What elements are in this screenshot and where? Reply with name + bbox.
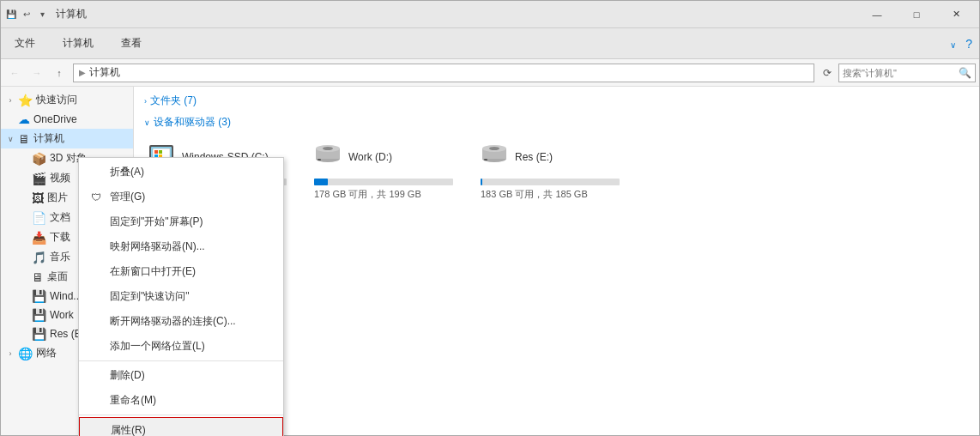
sidebar-item-computer[interactable]: ∨ 🖥 计算机	[1, 129, 133, 148]
ctx-open-new[interactable]: 在新窗口中打开(E)	[79, 259, 283, 284]
sidebar-label-desktop: 桌面	[47, 269, 68, 284]
context-menu: 折叠(A) 🛡 管理(G) 固定到"开始"屏幕(P) 映射网络驱动器(N)...…	[78, 157, 284, 436]
help-icon[interactable]: ?	[965, 37, 972, 51]
drive-e-bar	[481, 179, 482, 185]
ctx-delete[interactable]: 删除(D)	[79, 363, 283, 388]
dropdown-icon[interactable]: ▾	[35, 8, 49, 21]
ctx-add-network-icon	[89, 340, 103, 354]
sidebar-label-downloads: 下载	[50, 230, 70, 245]
downloads-icon: 📥	[32, 231, 46, 245]
sidebar-label-network: 网络	[36, 346, 57, 360]
drive-e[interactable]: Res (E:) 183 GB 可用，共 185 GB	[477, 136, 623, 204]
search-input[interactable]	[843, 68, 955, 78]
drive-d-header: Work (D:)	[314, 140, 392, 173]
sidebar-item-quick-access[interactable]: › ⭐ 快速访问	[1, 90, 133, 110]
sidebar-label-work: Work	[50, 309, 74, 321]
ctx-collapse-label: 折叠(A)	[110, 165, 144, 179]
window-title: 计算机	[52, 7, 857, 21]
devices-title-text: 设备和驱动器 (3)	[154, 115, 231, 130]
sidebar-label-computer: 计算机	[33, 131, 64, 146]
ctx-map-drive[interactable]: 映射网络驱动器(N)...	[79, 234, 283, 259]
address-bar: ← → ↑ ▶ 计算机 ⟳ 🔍	[1, 59, 979, 87]
title-bar-icons: 💾 ↩ ▾	[4, 8, 49, 21]
drive-e-name: Res (E:)	[515, 151, 553, 163]
search-box[interactable]: 🔍	[838, 64, 976, 82]
onedrive-icon: ☁	[18, 112, 30, 126]
3d-icon: 📦	[32, 152, 46, 166]
ctx-properties[interactable]: 属性(R)	[79, 417, 283, 436]
folders-title-text: 文件夹 (7)	[150, 94, 197, 108]
search-icon: 🔍	[959, 67, 971, 79]
music-icon: 🎵	[32, 251, 46, 264]
address-path[interactable]: ▶ 计算机	[73, 64, 814, 82]
back-button[interactable]: ←	[4, 63, 25, 83]
drive-d-info: Work (D:)	[348, 151, 392, 163]
ctx-disconnect[interactable]: 断开网络驱动器的连接(C)...	[79, 309, 283, 334]
svg-rect-5	[159, 150, 162, 154]
save-icon[interactable]: 💾	[4, 8, 18, 21]
ctx-rename[interactable]: 重命名(M)	[79, 388, 283, 413]
maximize-button[interactable]: □	[897, 1, 936, 28]
ribbon-tab-file[interactable]: 文件	[8, 33, 42, 54]
path-icon: ▶	[79, 68, 86, 77]
file-explorer-window: 💾 ↩ ▾ 计算机 — □ ✕ 文件 计算机 查看 ∨ ? ← → ↑ ▶ 计算…	[0, 0, 980, 436]
ribbon-tab-view[interactable]: 查看	[114, 33, 148, 54]
drive-d-name: Work (D:)	[348, 151, 392, 163]
drive-d-bar	[314, 179, 328, 185]
sidebar-label-quick-access: 快速访问	[36, 93, 77, 107]
ctx-delete-icon	[89, 369, 103, 383]
ctx-properties-icon	[90, 424, 104, 437]
expand-icon: ∨	[6, 135, 15, 143]
svg-point-11	[323, 147, 333, 150]
ctx-disconnect-icon	[89, 315, 103, 329]
minimize-button[interactable]: —	[857, 1, 897, 28]
ctx-pin-start[interactable]: 固定到"开始"屏幕(P)	[79, 209, 283, 234]
sidebar-label-pictures: 图片	[47, 191, 68, 205]
ribbon: 文件 计算机 查看 ∨ ?	[1, 28, 979, 59]
ctx-rename-label: 重命名(M)	[110, 393, 156, 408]
ctx-add-network-label: 添加一个网络位置(L)	[110, 339, 205, 354]
refresh-button[interactable]: ⟳	[818, 64, 837, 82]
ctx-collapse-icon	[89, 166, 103, 179]
ctx-map-drive-icon	[89, 240, 103, 254]
res-icon: 💾	[32, 327, 46, 341]
ctx-map-drive-label: 映射网络驱动器(N)...	[110, 239, 205, 254]
pictures-icon: 🖼	[32, 191, 44, 205]
ctx-pin-quick-icon	[89, 290, 103, 304]
drive-d[interactable]: Work (D:) 178 GB 可用，共 199 GB	[311, 136, 457, 204]
ctx-separator-2	[79, 415, 283, 415]
video-icon: 🎬	[32, 172, 46, 185]
ctx-manage[interactable]: 🛡 管理(G)	[79, 185, 283, 209]
up-button[interactable]: ↑	[49, 63, 70, 83]
ctx-disconnect-label: 断开网络驱动器的连接(C)...	[110, 314, 236, 329]
quick-access-icon: ⭐	[18, 94, 33, 107]
folders-section-title[interactable]: › 文件夹 (7)	[144, 94, 969, 108]
sidebar-label-windows: Wind...	[50, 290, 82, 302]
ribbon-expand-button[interactable]: ∨ ?	[950, 37, 972, 51]
windows-icon: 💾	[32, 289, 46, 303]
undo-icon[interactable]: ↩	[20, 8, 33, 21]
svg-point-16	[489, 147, 499, 150]
drive-e-info: Res (E:)	[515, 151, 553, 163]
ctx-collapse[interactable]: 折叠(A)	[79, 160, 283, 185]
close-button[interactable]: ✕	[936, 1, 976, 28]
ctx-separator-1	[79, 360, 283, 361]
ctx-pin-quick[interactable]: 固定到"快速访问"	[79, 284, 283, 309]
folders-section: › 文件夹 (7)	[144, 94, 969, 108]
drive-d-bar-container	[314, 179, 453, 185]
computer-icon: 🖥	[18, 132, 30, 146]
expand-icon: ›	[6, 349, 15, 358]
sidebar-label-music: 音乐	[50, 250, 70, 264]
drive-e-space: 183 GB 可用，共 185 GB	[481, 188, 588, 201]
svg-rect-4	[154, 150, 158, 154]
drive-e-icon	[481, 140, 508, 173]
sidebar-item-onedrive[interactable]: ☁ OneDrive	[1, 110, 133, 129]
folders-expand-icon: ›	[144, 97, 147, 106]
devices-section-title[interactable]: ∨ 设备和驱动器 (3)	[144, 115, 969, 130]
drive-e-bar-container	[481, 179, 620, 185]
sidebar-label-documents: 文档	[50, 210, 70, 225]
forward-button[interactable]: →	[27, 63, 47, 83]
ctx-rename-icon	[89, 394, 103, 408]
ribbon-tab-computer[interactable]: 计算机	[56, 33, 100, 54]
ctx-add-network[interactable]: 添加一个网络位置(L)	[79, 334, 283, 359]
